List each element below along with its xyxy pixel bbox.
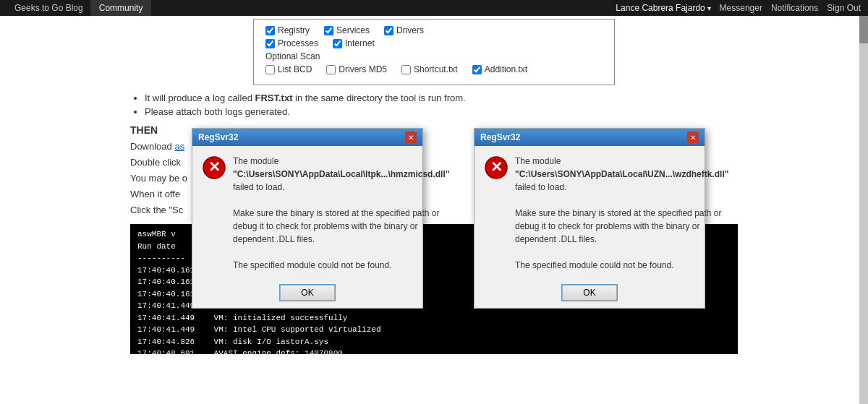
svg-text:✕: ✕ <box>490 159 503 175</box>
bullet-list: It will produce a log called FRST.txt in… <box>130 93 738 117</box>
checkbox-registry[interactable]: Registry <box>265 25 310 35</box>
checkbox-shortcut[interactable]: Shortcut.txt <box>401 64 458 74</box>
checkbox-services[interactable]: Services <box>324 25 370 35</box>
dialog-regsvr32-2: RegSvr32 ✕ ✕ The module "C:\Users\SONY\A… <box>474 128 705 309</box>
dialog-footer-1: OK <box>192 280 422 308</box>
dialog-regsvr32-1: RegSvr32 ✕ ✕ The module "C:\Users\SONY\A… <box>192 128 423 309</box>
svg-text:✕: ✕ <box>208 159 221 175</box>
bullet1-bold: FRST.txt <box>255 93 292 103</box>
dialog-error-2: The specified module could not be found. <box>515 259 728 272</box>
scrollbar-track[interactable] <box>859 0 868 404</box>
nav-user-name[interactable]: Lance Cabrera Fajardo <box>616 3 710 13</box>
dialog-text-2: The module "C:\Users\SONY\AppData\Local\… <box>515 155 728 272</box>
dialog-text-1: The module "C:\Users\SONY\AppData\Local\… <box>233 155 449 272</box>
nav-left: Geeks to Go Blog Community <box>7 0 151 16</box>
checkbox-drivers-input[interactable] <box>384 26 393 35</box>
dialog-close-button-1[interactable]: ✕ <box>405 132 417 143</box>
bullet-item-2: Please attach both logs generated. <box>145 106 738 117</box>
nav-right: Lance Cabrera Fajardo Messenger Notifica… <box>616 3 861 13</box>
terminal-line: 17:40:41.449 VM: initialized successfull… <box>137 312 731 325</box>
top-navigation: Geeks to Go Blog Community Lance Cabrera… <box>0 0 868 16</box>
dialog-module-path-1: "C:\Users\SONY\AppData\Local\ltpk...\hmz… <box>233 168 449 181</box>
checkbox-driversmd5[interactable]: Drivers MD5 <box>326 64 387 74</box>
scan-row-2: Processes Internet <box>265 38 603 48</box>
checkbox-driversmd5-input[interactable] <box>326 65 336 74</box>
dialog-module-line-1: The module <box>233 155 449 168</box>
dialog-close-button-2[interactable]: ✕ <box>687 132 699 143</box>
checkbox-registry-input[interactable] <box>265 26 275 35</box>
checkbox-listbcd[interactable]: List BCD <box>265 64 312 74</box>
checkbox-addition[interactable]: Addition.txt <box>472 64 527 74</box>
dialog-body-1: ✕ The module "C:\Users\SONY\AppData\Loca… <box>192 146 422 280</box>
dialog-title-bar-1: RegSvr32 ✕ <box>192 129 422 146</box>
dialog-body-2: ✕ The module "C:\Users\SONY\AppData\Loca… <box>475 146 705 280</box>
dialog-failed-1: failed to load. <box>233 181 449 194</box>
checkbox-addition-input[interactable] <box>472 65 482 74</box>
scan-optional-row: List BCD Drivers MD5 Shortcut.txt Additi… <box>265 64 603 74</box>
nav-signout-link[interactable]: Sign Out <box>827 3 861 13</box>
scan-row-1: Registry Services Drivers <box>265 25 603 35</box>
checkbox-internet-input[interactable] <box>333 39 342 48</box>
dialog-title-bar-2: RegSvr32 ✕ <box>475 129 705 146</box>
dialog-ok-button-1[interactable]: OK <box>280 285 334 301</box>
nav-community-link[interactable]: Community <box>90 0 152 16</box>
checkbox-services-input[interactable] <box>324 26 333 35</box>
optional-scan-label: Optional Scan <box>265 51 603 61</box>
bullet1-prefix: It will produce a log called <box>145 93 255 103</box>
bullet1-suffix: in the same directory the tool is run fr… <box>292 93 465 103</box>
checkbox-processes-input[interactable] <box>265 39 275 48</box>
dialog-title-2: RegSvr32 <box>480 132 520 142</box>
terminal-line: 17:40:41.449 VM: Intel CPU supported vir… <box>137 324 731 336</box>
bullet-item-1: It will produce a log called FRST.txt in… <box>145 93 738 103</box>
dialog-body-text-1: Make sure the binary is stored at the sp… <box>233 207 449 246</box>
error-icon-2: ✕ <box>485 156 508 179</box>
scan-options-box: Registry Services Drivers Processes Inte… <box>253 19 615 85</box>
checkbox-drivers[interactable]: Drivers <box>384 25 424 35</box>
checkbox-shortcut-input[interactable] <box>401 65 411 74</box>
nav-notifications-link[interactable]: Notifications <box>771 3 818 13</box>
download-link[interactable]: as <box>174 141 184 152</box>
terminal-line: 17:40:44.826 VM: disk I/O iastorA.sys <box>137 336 731 348</box>
dialog-title-1: RegSvr32 <box>198 132 238 142</box>
dialog-ok-button-2[interactable]: OK <box>562 285 616 301</box>
error-icon-1: ✕ <box>203 156 226 179</box>
dialog-failed-2: failed to load. <box>515 181 728 194</box>
dialog-error-1: The specified module could not be found. <box>233 259 449 272</box>
terminal-line: 17:40:48.691 AVAST engine defs: 14070800 <box>137 348 731 354</box>
checkbox-internet[interactable]: Internet <box>333 38 375 48</box>
nav-blog-link[interactable]: Geeks to Go Blog <box>7 3 90 13</box>
dialog-footer-2: OK <box>475 280 705 308</box>
dialog-module-path-2: "C:\Users\SONY\AppData\Local\UZN...\wzdh… <box>515 168 728 181</box>
checkbox-listbcd-input[interactable] <box>265 65 275 74</box>
dialog-body-text-2: Make sure the binary is stored at the sp… <box>515 207 728 246</box>
checkbox-processes[interactable]: Processes <box>265 38 318 48</box>
dialog-module-line-2: The module <box>515 155 728 168</box>
nav-messenger-link[interactable]: Messenger <box>720 3 762 13</box>
